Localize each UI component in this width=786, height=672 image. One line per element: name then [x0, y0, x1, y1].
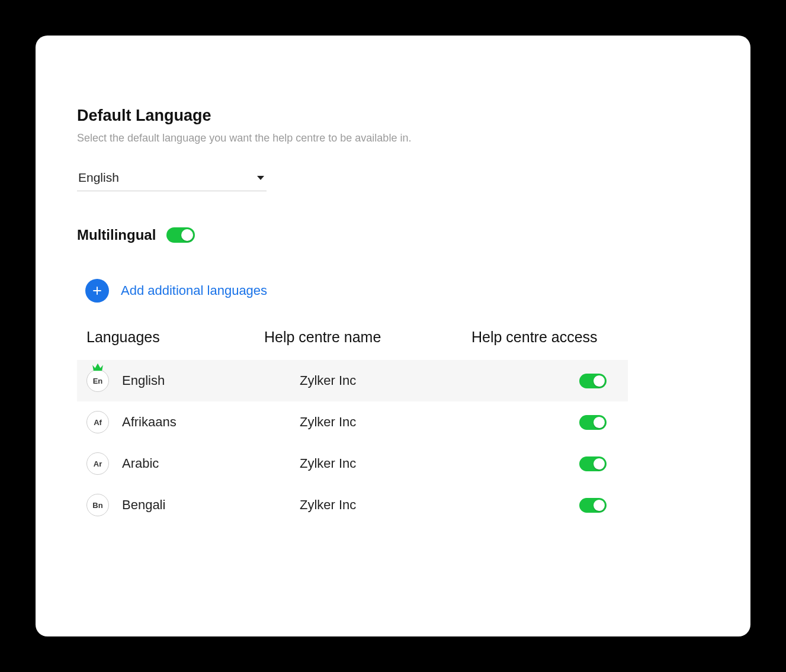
toggle-knob: [593, 417, 605, 428]
caret-down-icon: [257, 176, 264, 180]
settings-card: Default Language Select the default lang…: [36, 36, 750, 636]
help-centre-access-cell: [471, 415, 618, 430]
access-toggle[interactable]: [579, 415, 607, 430]
languages-table: Languages Help centre name Help centre a…: [77, 329, 628, 526]
table-header: Languages Help centre name Help centre a…: [77, 329, 628, 360]
help-centre-access-cell: [471, 456, 618, 471]
language-code: Af: [94, 418, 102, 427]
language-code: En: [93, 377, 103, 385]
language-name: Afrikaans: [122, 414, 177, 430]
language-name: English: [122, 373, 165, 388]
header-help-name: Help centre name: [264, 329, 471, 346]
toggle-knob: [593, 375, 605, 387]
table-row: AfAfrikaansZylker Inc: [77, 401, 628, 443]
language-cell: AfAfrikaans: [86, 411, 264, 433]
multilingual-toggle[interactable]: [166, 227, 195, 243]
language-code: Ar: [94, 459, 102, 468]
language-code-badge: Af: [86, 411, 109, 433]
crown-icon: [91, 362, 104, 372]
language-name: Arabic: [122, 456, 159, 471]
header-languages: Languages: [86, 329, 264, 346]
multilingual-row: Multilingual: [77, 227, 709, 243]
header-help-access: Help centre access: [471, 329, 618, 346]
add-language-button[interactable]: Add additional languages: [77, 279, 709, 303]
access-toggle[interactable]: [579, 374, 607, 388]
language-code: Bn: [92, 501, 102, 510]
help-centre-name: Zylker Inc: [264, 373, 471, 388]
toggle-knob: [593, 500, 605, 511]
language-name: Bengali: [122, 497, 165, 513]
language-code-badge: En: [86, 369, 109, 392]
multilingual-label: Multilingual: [77, 227, 156, 243]
access-toggle[interactable]: [579, 456, 607, 471]
help-centre-access-cell: [471, 374, 618, 388]
help-centre-name: Zylker Inc: [264, 414, 471, 430]
language-cell: ArArabic: [86, 452, 264, 475]
access-toggle[interactable]: [579, 498, 607, 513]
language-code-badge: Ar: [86, 452, 109, 475]
default-language-dropdown[interactable]: English: [77, 166, 267, 191]
default-language-desc: Select the default language you want the…: [77, 132, 709, 144]
add-language-label: Add additional languages: [121, 283, 267, 298]
language-code-badge: Bn: [86, 494, 109, 516]
table-row: BnBengaliZylker Inc: [77, 484, 628, 526]
plus-icon: [85, 279, 109, 303]
table-row: EnEnglishZylker Inc: [77, 360, 628, 401]
help-centre-name: Zylker Inc: [264, 456, 471, 471]
help-centre-access-cell: [471, 498, 618, 513]
toggle-knob: [593, 458, 605, 470]
default-language-title: Default Language: [77, 107, 709, 125]
language-cell: BnBengali: [86, 494, 264, 516]
language-cell: EnEnglish: [86, 369, 264, 392]
table-row: ArArabicZylker Inc: [77, 443, 628, 484]
toggle-knob: [181, 229, 193, 241]
help-centre-name: Zylker Inc: [264, 497, 471, 513]
default-language-value: English: [78, 171, 119, 185]
